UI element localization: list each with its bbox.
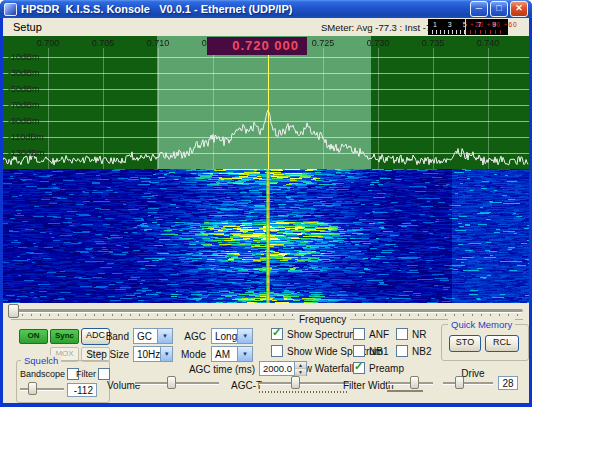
sync-indicator-button[interactable]: Sync xyxy=(50,329,79,344)
volume-slider[interactable] xyxy=(135,376,219,390)
control-panel: ON Sync ADC MOX TUN Band GC ▼ Step Size … xyxy=(3,323,529,403)
slider-thumb[interactable] xyxy=(410,376,419,389)
checkbox-label: NR xyxy=(412,329,426,340)
preamp-checkbox[interactable]: Preamp xyxy=(353,362,404,374)
display-area: 0.700 0.705 0.710 0.715 0.725 0.730 0.73… xyxy=(3,36,529,303)
slider-track[interactable] xyxy=(135,382,219,385)
dbm-scale-label: -70dBm xyxy=(8,100,40,110)
checkbox-label: NB2 xyxy=(412,346,431,357)
mode-label: Mode xyxy=(163,349,206,360)
close-button[interactable]: ✕ xyxy=(510,1,528,17)
anf-checkbox[interactable]: ANF xyxy=(353,328,389,340)
nb2-checkbox[interactable]: NB2 xyxy=(396,345,431,357)
freq-scale-label: 0.740 xyxy=(471,38,505,48)
minimize-button[interactable]: ─ xyxy=(470,1,488,17)
agc-select[interactable]: Long ▼ xyxy=(211,328,253,344)
frequency-slider-ticks xyxy=(13,314,521,316)
chevron-down-icon[interactable]: ▼ xyxy=(237,329,252,343)
dbm-scale-label: -90dBm xyxy=(8,116,40,126)
spin-down-icon[interactable]: ▼ xyxy=(295,369,306,376)
step-size-label: Step Size xyxy=(78,349,129,360)
squelch-filter-checkbox[interactable]: Filter xyxy=(76,368,110,380)
show-spectrum-checkbox[interactable]: Show Spectrum xyxy=(271,328,358,340)
smeter-ticks-red xyxy=(470,30,504,34)
freq-scale-label: 0.710 xyxy=(141,38,175,48)
slider-track[interactable] xyxy=(259,382,349,385)
checkbox-label: Filter xyxy=(76,369,96,379)
chevron-down-icon[interactable]: ▼ xyxy=(237,347,252,361)
menu-setup[interactable]: Setup xyxy=(13,21,42,33)
frequency-readout[interactable]: 0.720 000 xyxy=(207,37,307,55)
maximize-button[interactable]: □ xyxy=(490,1,508,17)
smeter-bargraph: 1 3 5 7 9 +20 +40 +60 xyxy=(428,19,508,35)
memory-store-button[interactable]: STO xyxy=(449,335,481,352)
dbm-scale-label: -130dBm xyxy=(8,148,45,158)
agc-value: Long xyxy=(215,331,237,342)
dbm-scale-label: -10dBm xyxy=(8,52,40,62)
nb1-checkbox[interactable]: NB1 xyxy=(353,345,388,357)
agct-slider[interactable] xyxy=(259,376,349,390)
drive-value[interactable]: 28 xyxy=(498,376,518,390)
desktop: HPSDR K.I.S.S. Konsole V0.0.1 - Ethernet… xyxy=(0,0,600,450)
smeter-ticks-white xyxy=(432,30,466,34)
squelch-slider[interactable] xyxy=(20,382,64,396)
band-value: GC xyxy=(137,331,152,342)
drive-slider[interactable] xyxy=(443,376,493,390)
smeter-needle xyxy=(465,19,466,35)
agc-time-value[interactable]: 2000.0 xyxy=(260,362,294,375)
frequency-group-line xyxy=(11,319,523,320)
checkbox-label: Preamp xyxy=(369,363,404,374)
checkbox-box[interactable] xyxy=(98,368,110,380)
window-title: HPSDR K.I.S.S. Konsole V0.0.1 - Ethernet… xyxy=(21,3,292,15)
checkbox-label: ANF xyxy=(369,329,389,340)
checkbox-label: Show Spectrum xyxy=(287,329,358,340)
mode-select[interactable]: AM ▼ xyxy=(211,346,253,362)
app-icon xyxy=(4,3,17,16)
agc-time-label: AGC time (ms) xyxy=(151,364,255,375)
app-window: HPSDR K.I.S.S. Konsole V0.0.1 - Ethernet… xyxy=(0,0,532,407)
freq-scale-label: 0.705 xyxy=(86,38,120,48)
agc-time-input[interactable]: 2000.0 ▲ ▼ xyxy=(259,361,307,376)
waterfall-display[interactable] xyxy=(3,169,529,303)
power-on-button[interactable]: ON xyxy=(19,329,48,344)
band-label: Band xyxy=(83,331,129,342)
freq-scale-label: 0.700 xyxy=(31,38,65,48)
dbm-scale-label: -30dBm xyxy=(8,68,40,78)
checkbox-box[interactable] xyxy=(271,345,283,357)
bandscope-checkbox[interactable]: Bandscope xyxy=(20,368,79,380)
frequency-slider-thumb[interactable] xyxy=(8,304,19,318)
checkbox-label: Bandscope xyxy=(20,369,65,379)
slider-thumb[interactable] xyxy=(167,376,176,389)
checkbox-box[interactable] xyxy=(353,328,365,340)
squelch-value[interactable]: -112 xyxy=(67,383,97,397)
spin-up-icon[interactable]: ▲ xyxy=(295,362,306,369)
mode-value: AM xyxy=(215,349,230,360)
checkbox-box[interactable] xyxy=(396,328,408,340)
freq-scale-label: 0.725 xyxy=(306,38,340,48)
slider-thumb[interactable] xyxy=(28,382,37,395)
checkbox-box[interactable] xyxy=(271,328,283,340)
frequency-slider-track[interactable] xyxy=(11,309,523,313)
slider-thumb[interactable] xyxy=(291,376,300,389)
nr-checkbox[interactable]: NR xyxy=(396,328,426,340)
title-bar[interactable]: HPSDR K.I.S.S. Konsole V0.0.1 - Ethernet… xyxy=(0,0,532,18)
smeter-scale-over-s9: +20 +40 +60 xyxy=(470,21,518,28)
filter-width-slider[interactable] xyxy=(387,376,433,390)
frequency-group-label: Frequency xyxy=(295,314,350,325)
slider-track[interactable] xyxy=(443,382,493,385)
dbm-scale-label: -50dBm xyxy=(8,84,40,94)
freq-scale-label: 0.730 xyxy=(361,38,395,48)
checkbox-box[interactable] xyxy=(353,362,365,374)
slider-thumb[interactable] xyxy=(455,376,464,389)
checkbox-box[interactable] xyxy=(396,345,408,357)
memory-recall-button[interactable]: RCL xyxy=(485,335,519,352)
menu-strip: Setup SMeter: Avg -77.3 : Inst -77.1 1 3… xyxy=(3,18,529,36)
spectrum-display[interactable] xyxy=(3,36,529,169)
agc-label: AGC xyxy=(163,331,206,342)
quick-memory-group: Quick Memory STO RCL xyxy=(441,324,529,361)
dbm-scale-label: -110dBm xyxy=(8,132,44,142)
freq-scale-label: 0.735 xyxy=(416,38,450,48)
slider-track[interactable] xyxy=(20,388,64,391)
agct-tick-line xyxy=(259,391,349,393)
checkbox-box[interactable] xyxy=(353,345,365,357)
